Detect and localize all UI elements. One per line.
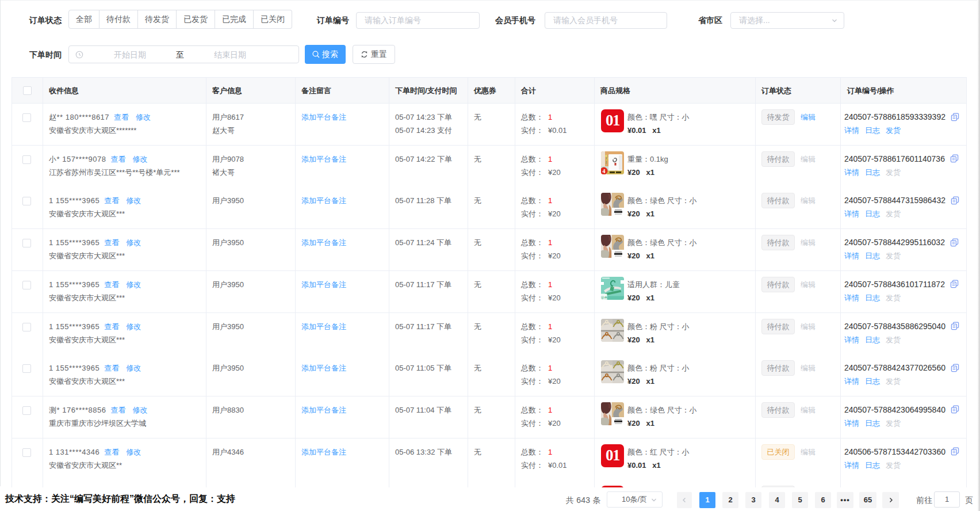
svg-text:绿色: 绿色	[601, 295, 608, 299]
svg-text:4: 4	[603, 168, 606, 174]
